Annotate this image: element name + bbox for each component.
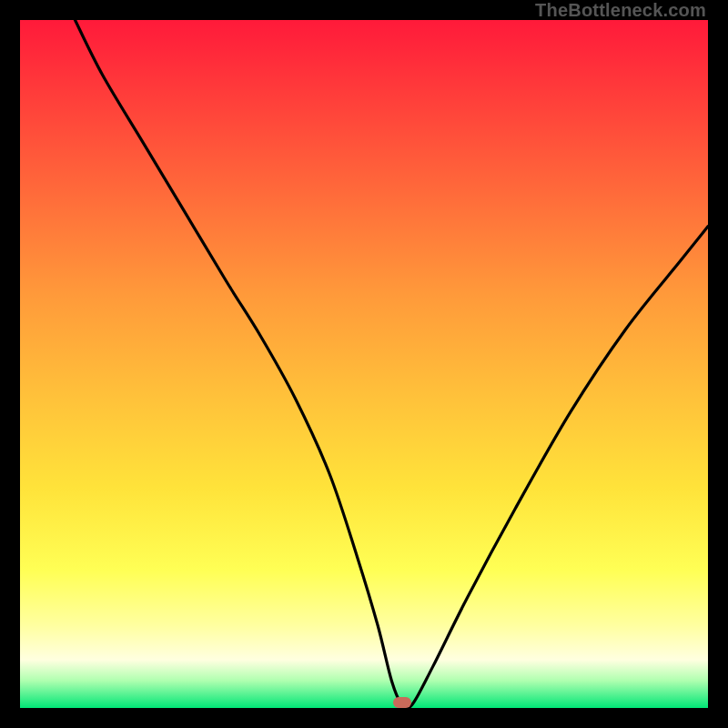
chart-frame: TheBottleneck.com — [0, 0, 728, 728]
curve-svg — [20, 20, 708, 708]
plot-area — [20, 20, 708, 708]
watermark-text: TheBottleneck.com — [535, 0, 706, 21]
optimum-marker — [393, 697, 411, 708]
bottleneck-curve — [75, 20, 708, 708]
